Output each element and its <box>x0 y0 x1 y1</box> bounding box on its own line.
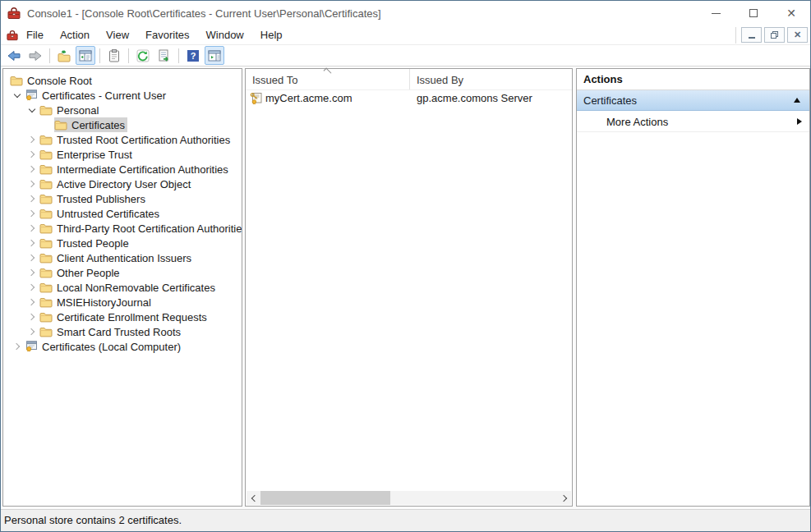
help-button[interactable]: ? <box>183 46 203 65</box>
tree-item-certificates-selected[interactable]: Certificates <box>3 117 242 132</box>
up-folder-icon <box>57 48 71 63</box>
chevron-right-icon <box>28 328 35 335</box>
more-actions-item[interactable]: More Actions <box>577 111 809 132</box>
actions-panel: Actions Certificates More Actions <box>576 68 810 507</box>
expand-arrow[interactable] <box>25 103 39 117</box>
minimize-icon <box>712 13 721 14</box>
chevron-right-icon <box>28 195 35 202</box>
folder-icon <box>39 236 53 250</box>
expand-arrow[interactable] <box>25 206 39 221</box>
console-tree-icon <box>78 48 93 63</box>
console-tree-panel: Console Root Certificates - Current User… <box>2 68 242 507</box>
expand-arrow[interactable] <box>25 147 39 162</box>
mdi-restore-icon <box>771 31 778 39</box>
folder-icon <box>39 133 53 146</box>
export-list-button[interactable] <box>154 46 174 65</box>
tree-item-smart-card-trusted-roots[interactable]: Smart Card Trusted Roots <box>3 324 242 339</box>
chevron-right-icon <box>28 240 35 246</box>
expand-arrow[interactable] <box>25 177 39 191</box>
folder-icon <box>39 251 53 264</box>
tree-item-other-people[interactable]: Other People <box>3 265 242 280</box>
folder-icon <box>54 118 67 131</box>
mdi-close-button[interactable]: ✕ <box>787 27 808 43</box>
expand-arrow[interactable] <box>25 221 39 236</box>
expand-arrow[interactable] <box>25 265 39 280</box>
show-console-tree-toggle[interactable] <box>76 46 95 65</box>
up-one-level-button[interactable] <box>54 46 74 65</box>
tree-item-msiehistoryjournal[interactable]: MSIEHistoryJournal <box>3 295 242 310</box>
tree-item-untrusted-certificates[interactable]: Untrusted Certificates <box>3 206 242 221</box>
close-button[interactable]: ✕ <box>772 1 810 25</box>
menu-favorites[interactable]: Favorites <box>137 26 197 44</box>
minimize-button[interactable] <box>697 1 735 25</box>
tree-item-local-nonremovable-certificates[interactable]: Local NonRemovable Certificates <box>3 280 242 295</box>
scroll-left-button[interactable] <box>247 491 260 505</box>
expand-arrow[interactable] <box>25 280 39 295</box>
expand-arrow[interactable] <box>10 339 25 354</box>
folder-icon <box>39 192 53 205</box>
folder-icon <box>39 163 53 176</box>
tree-item-trusted-people[interactable]: Trusted People <box>3 236 242 250</box>
collapse-section-icon[interactable] <box>794 98 800 103</box>
certificate-row[interactable]: myCert.acme.com gp.acme.comons Server <box>246 90 572 106</box>
expand-arrow[interactable] <box>25 324 39 339</box>
chevron-down-icon <box>29 105 35 112</box>
menu-window[interactable]: Window <box>198 26 252 44</box>
expand-arrow[interactable] <box>25 310 39 324</box>
maximize-button[interactable] <box>735 1 772 25</box>
folder-icon <box>39 207 53 220</box>
actions-panel-title: Actions <box>577 69 809 90</box>
chevron-right-icon <box>28 181 35 187</box>
mdi-restore-button[interactable] <box>764 27 785 43</box>
scrollbar-thumb[interactable] <box>260 491 390 505</box>
menu-action[interactable]: Action <box>52 26 98 44</box>
chevron-right-icon <box>28 284 35 291</box>
certificate-icon <box>250 92 263 105</box>
expand-arrow[interactable] <box>10 88 25 103</box>
tree-item-personal[interactable]: Personal <box>3 103 242 117</box>
tree-item-third-party-root-ca[interactable]: Third-Party Root Certification Authoriti… <box>3 221 242 236</box>
expand-arrow[interactable] <box>25 191 39 206</box>
scroll-right-button[interactable] <box>557 491 571 505</box>
tree-item-trusted-publishers[interactable]: Trusted Publishers <box>3 191 242 206</box>
forward-arrow-icon <box>28 48 43 63</box>
selected-tree-node[interactable]: Certificates <box>54 117 127 132</box>
chevron-right-icon <box>28 225 35 232</box>
certificates-snapin-icon <box>25 340 38 353</box>
help-icon: ? <box>186 48 200 63</box>
show-action-pane-toggle[interactable] <box>205 46 224 65</box>
expand-arrow[interactable] <box>25 250 39 265</box>
tree-item-trusted-root-ca[interactable]: Trusted Root Certification Authorities <box>3 132 242 147</box>
status-bar: Personal store contains 2 certificates. <box>1 509 810 531</box>
horizontal-scrollbar[interactable] <box>247 491 571 505</box>
mdi-minimize-button[interactable] <box>741 27 762 43</box>
title-bar[interactable]: Console1 - [Console Root\Certificates - … <box>1 1 810 25</box>
paste-button[interactable] <box>104 46 124 65</box>
tree-item-certificates-local-computer[interactable]: Certificates (Local Computer) <box>3 339 242 354</box>
tree-item-certificate-enrollment-requests[interactable]: Certificate Enrollment Requests <box>3 310 242 324</box>
tree-item-ad-user-object[interactable]: Active Directory User Object <box>3 177 242 191</box>
toolbar-separator <box>49 48 50 63</box>
expand-arrow[interactable] <box>25 132 39 147</box>
expand-arrow[interactable] <box>25 236 39 250</box>
menu-file[interactable]: File <box>18 26 52 44</box>
scrollbar-track[interactable] <box>260 491 557 505</box>
actions-section-certificates[interactable]: Certificates <box>577 90 809 111</box>
tree-item-enterprise-trust[interactable]: Enterprise Trust <box>3 147 242 162</box>
expand-arrow[interactable] <box>25 162 39 177</box>
tree-item-intermediate-ca[interactable]: Intermediate Certification Authorities <box>3 162 242 177</box>
column-header-issued-by[interactable]: Issued By <box>410 69 572 89</box>
tree-item-console-root[interactable]: Console Root <box>3 73 242 88</box>
certificates-snapin-icon <box>25 89 38 102</box>
refresh-button[interactable] <box>133 46 153 65</box>
expand-arrow[interactable] <box>25 295 39 310</box>
window-title: Console1 - [Console Root\Certificates - … <box>27 7 381 20</box>
tree-item-client-auth-issuers[interactable]: Client Authentication Issuers <box>3 250 242 265</box>
menu-help[interactable]: Help <box>252 26 291 44</box>
clipboard-icon <box>107 48 122 63</box>
menu-view[interactable]: View <box>98 26 137 44</box>
tree-item-certificates-current-user[interactable]: Certificates - Current User <box>3 88 242 103</box>
back-button[interactable] <box>4 46 24 65</box>
forward-button[interactable] <box>25 46 45 65</box>
folder-icon <box>39 148 53 161</box>
